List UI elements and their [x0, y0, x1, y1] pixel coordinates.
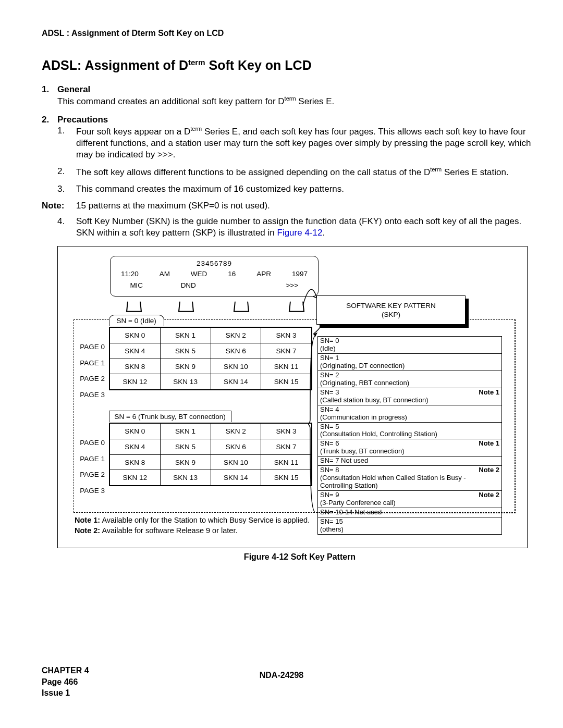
p1-text: Four soft keys appear on a Dterm Series …	[76, 125, 532, 161]
note-row: Note: 15 patterns at the maximum (SKP=0 …	[42, 200, 532, 212]
lcd-ampm: AM	[160, 270, 170, 278]
s1-body-b: Series E.	[296, 96, 335, 106]
lcd-row-3: MIC DND >>>	[111, 281, 318, 289]
page-label: PAGE 3	[74, 387, 105, 403]
sn-list-row: SN= 15(others)	[318, 517, 501, 534]
skp-box: SOFTWARE KEY PATTERN (SKP)	[316, 295, 466, 325]
precaution-1: 1. Four soft keys appear on a Dterm Seri…	[57, 125, 532, 161]
section-2-num: 2.	[42, 115, 57, 125]
title-super: term	[188, 58, 205, 67]
skn-cell: SKN 1	[160, 424, 211, 439]
section-2-head: Precautions	[57, 115, 108, 125]
page-label: PAGE 3	[74, 483, 105, 499]
sn-list-row: SN= 1(Originating, DT connection)	[318, 354, 501, 371]
skn-cell: SKN 5	[160, 343, 211, 359]
page-label: PAGE 2	[74, 371, 105, 387]
skn-cell: SKN 11	[261, 454, 312, 470]
p1-a: Four soft keys appear on a D	[76, 127, 190, 137]
sn-grid-1: SKN 0SKN 1SKN 2SKN 3 SKN 4SKN 5SKN 6SKN …	[109, 327, 312, 390]
sn-list-row: SN= 2(Originating, RBT connection)	[318, 371, 501, 388]
skn-cell: SKN 12	[110, 374, 161, 390]
footer-chapter: CHAPTER 4	[42, 665, 89, 676]
p2-sup: term	[430, 166, 442, 172]
p2-num: 2.	[57, 166, 76, 178]
skn-cell: SKN 8	[110, 359, 161, 374]
keycap-icon	[234, 302, 249, 312]
precaution-3: 3. This command creates the maximum of 1…	[57, 183, 532, 195]
sn-list-row: SN= 10-14 Not used	[318, 508, 501, 517]
page-label: PAGE 0	[74, 339, 105, 355]
skp-box-l1: SOFTWARE KEY PATTERN	[317, 302, 465, 310]
sn-note-ref: Note 1	[479, 440, 499, 448]
note-text: 15 patterns at the maximum (SKP=0 is not…	[76, 200, 270, 212]
p1-num: 1.	[57, 125, 76, 161]
s1-body-sup: term	[285, 95, 296, 102]
skn-cell: SKN 13	[160, 374, 211, 390]
skn-cell: SKN 9	[160, 454, 211, 470]
sn-table-1-header: SN = 0 (Idle)	[109, 315, 164, 326]
sn-table-1: SN = 0 (Idle) SKN 0SKN 1SKN 2SKN 3 SKN 4…	[109, 327, 312, 390]
skn-cell: SKN 10	[211, 454, 261, 470]
page-labels-2: PAGE 0 PAGE 1 PAGE 2 PAGE 3	[74, 435, 105, 499]
lcd-frame: 23456789 11:20 AM WED 16 APR 1997 MIC DN…	[110, 256, 319, 297]
keycap-icon	[289, 302, 304, 312]
title-suffix: Soft Key on LCD	[205, 58, 312, 72]
page-label: PAGE 2	[74, 467, 105, 483]
sn-list-row: SN= 4(Communication in progress)	[318, 405, 501, 423]
skn-cell: SKN 14	[211, 374, 261, 390]
skn-cell: SKN 2	[211, 328, 261, 343]
page-label: PAGE 1	[74, 355, 105, 372]
fig-note-1-label: Note 1:	[75, 516, 100, 524]
p3-num: 3.	[57, 183, 76, 195]
p1-sup: term	[190, 126, 202, 132]
sn-list-row: SN= 3Note 1(Called station busy, BT conn…	[318, 388, 501, 405]
skn-cell: SKN 6	[211, 343, 261, 359]
sn-table-2-header: SN = 6 (Trunk busy, BT connection)	[109, 411, 231, 422]
figure-4-12: 23456789 11:20 AM WED 16 APR 1997 MIC DN…	[57, 246, 528, 548]
note-label: Note:	[42, 200, 76, 212]
figure-link[interactable]: Figure 4-12	[277, 228, 323, 238]
lcd-sk1: MIC	[111, 281, 163, 289]
section-1-head: General	[57, 84, 90, 95]
skn-cell: SKN 13	[160, 470, 211, 486]
precaution-4: 4. Soft Key Number (SKN) is the guide nu…	[57, 216, 532, 239]
lcd-row-1: 23456789	[111, 260, 318, 267]
p3-text: This command creates the maximum of 16 c…	[76, 183, 532, 195]
fig-note-2-text: Available for software Release 9 or late…	[100, 526, 237, 535]
sn-list-row: SN= 0(Idle)	[318, 337, 501, 354]
sn-note-ref: Note 2	[479, 491, 499, 499]
skn-cell: SKN 6	[211, 439, 261, 454]
lcd-row-2: 11:20 AM WED 16 APR 1997	[111, 270, 318, 278]
skn-cell: SKN 10	[211, 359, 261, 374]
p2-text: The soft key allows different functions …	[76, 166, 532, 178]
sn-grid-2: SKN 0SKN 1SKN 2SKN 3 SKN 4SKN 5SKN 6SKN …	[109, 423, 312, 486]
skn-cell: SKN 2	[211, 424, 261, 439]
sn-list: SN= 0(Idle)SN= 1(Originating, DT connect…	[317, 336, 502, 535]
lcd-dow: WED	[191, 270, 207, 278]
lcd-month: APR	[256, 270, 271, 278]
p4-text: Soft Key Number (SKN) is the guide numbe…	[76, 216, 532, 239]
skn-cell: SKN 15	[261, 374, 312, 390]
precaution-2: 2. The soft key allows different functio…	[57, 166, 532, 178]
fig-note-2-label: Note 2:	[75, 526, 100, 535]
page-label: PAGE 1	[74, 451, 105, 467]
section-1-num: 1.	[42, 84, 57, 95]
skn-cell: SKN 15	[261, 470, 312, 486]
p4-b: .	[322, 228, 325, 238]
skn-cell: SKN 12	[110, 470, 161, 486]
dashed-right-edge	[515, 319, 515, 513]
skn-cell: SKN 8	[110, 454, 161, 470]
skn-cell: SKN 7	[261, 439, 312, 454]
skn-cell: SKN 5	[160, 439, 211, 454]
page-label: PAGE 0	[74, 435, 105, 451]
skn-cell: SKN 11	[261, 359, 312, 374]
sn-list-row: SN= 9Note 2(3-Party Conference call)	[318, 491, 501, 508]
sn-list-row: SN= 5(Consultation Hold, Controlling Sta…	[318, 423, 501, 440]
p2-a: The soft key allows different functions …	[76, 167, 430, 177]
page-title: ADSL: Assignment of Dterm Soft Key on LC…	[42, 58, 532, 73]
skn-cell: SKN 1	[160, 328, 211, 343]
sn-list-row: SN= 7 Not used	[318, 456, 501, 466]
skn-cell: SKN 9	[160, 359, 211, 374]
brace-icon	[308, 336, 317, 512]
skn-cell: SKN 0	[110, 424, 161, 439]
